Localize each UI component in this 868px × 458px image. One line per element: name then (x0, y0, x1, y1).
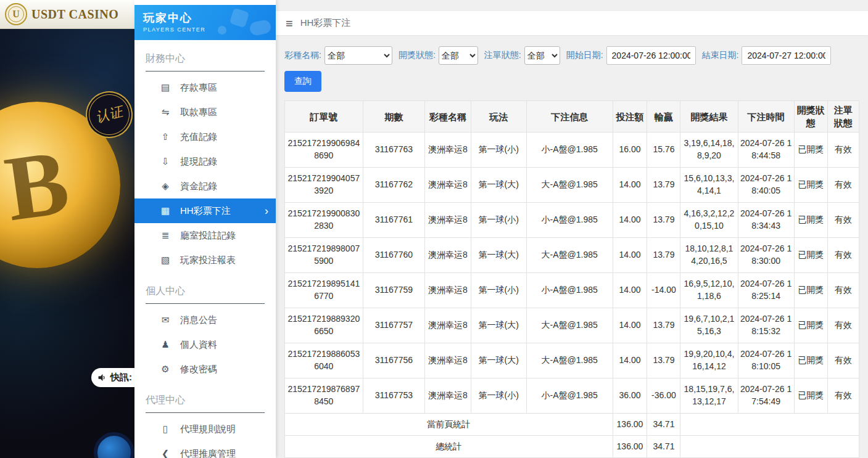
hamburger-menu-icon[interactable]: ≡ (286, 17, 293, 30)
news-ticker-pill: 快訊: (91, 368, 134, 387)
section-title: 財務中心 (146, 52, 265, 72)
table-cell: 2024-07-26 17:54:49 (738, 378, 794, 414)
table-header-cell: 開獎結果 (680, 101, 738, 133)
agent-rules-doc-icon: ▯ (159, 423, 172, 435)
table-header-cell: 輸贏 (647, 101, 680, 133)
sidebar-item-label: 取款專區 (180, 107, 217, 118)
profile-person-icon: ♟ (159, 339, 172, 350)
table-cell: 澳洲幸运8 (425, 378, 471, 414)
end-date-input[interactable] (742, 46, 831, 65)
table-cell: 2152172198768978450 (285, 378, 363, 414)
table-cell: 大-A盤@1.985 (526, 168, 613, 203)
table-summary-row: 當前頁統計136.0034.71 (285, 414, 859, 436)
table-cell: 2024-07-26 18:40:05 (738, 168, 794, 203)
withdraw-icon: ⇋ (159, 107, 172, 118)
sidebar-item-充值記錄[interactable]: ⇧充值記錄 (134, 125, 276, 149)
table-cell: 已開獎 (794, 133, 827, 168)
table-cell: 第一球(小) (471, 378, 526, 414)
table-cell: 3,19,6,14,18,8,9,20 (680, 133, 738, 168)
sidebar-item-修改密碼[interactable]: ⚙修改密碼 (134, 357, 276, 382)
lottery-bets-icon: ▦ (159, 205, 172, 216)
start-date-label: 開始日期: (566, 50, 603, 61)
sidebar-item-提現記錄[interactable]: ⇩提現記錄 (134, 149, 276, 174)
search-button[interactable]: 查詢 (284, 71, 321, 92)
room-bet-records-icon: ≣ (159, 230, 172, 241)
summary-winloss-total-cell: 34.71 (647, 436, 680, 458)
sidebar-item-存款專區[interactable]: ▤存款專區 (134, 75, 276, 100)
table-cell: 31167760 (363, 238, 425, 273)
table-cell: 14.00 (613, 343, 647, 378)
sidebar-item-個人資料[interactable]: ♟個人資料 (134, 332, 276, 357)
table-cell: 有效 (827, 343, 859, 378)
table-head: 訂單號期數彩種名稱玩法下注信息投注額輸贏開獎結果下注時間開獎狀態注單狀態 (285, 101, 859, 133)
recharge-records-icon: ⇧ (159, 131, 172, 142)
draw-status-select[interactable]: 全部 (439, 46, 478, 65)
players-center-title: 玩家中心 (143, 10, 267, 25)
table-header-cell: 訂單號 (285, 101, 363, 133)
sidebar-item-label: 廳室投註記錄 (180, 230, 236, 242)
lottery-name-filter: 彩種名稱: 全部 (284, 46, 392, 65)
table-cell: 2152172198860536040 (285, 343, 363, 378)
table-cell: 有效 (827, 133, 859, 168)
topbar: ≡ HH彩票下注 (276, 11, 868, 35)
order-status-select[interactable]: 全部 (524, 46, 560, 65)
news-ticker-label: 快訊: (110, 372, 132, 383)
sidebar-item-取款專區[interactable]: ⇋取款專區 (134, 100, 276, 125)
bitcoin-letter: B (0, 128, 75, 242)
section-title: 個人中心 (146, 285, 265, 304)
table-footer: 當前頁統計136.0034.71總統計136.0034.71 (285, 414, 859, 458)
table-cell: 31167753 (363, 378, 425, 414)
table-cell: 小-A盤@1.985 (526, 273, 613, 308)
speaker-icon (97, 373, 107, 382)
table-cell: 澳洲幸运8 (425, 133, 471, 168)
sidebar-item-label: 玩家投注報表 (180, 255, 236, 266)
table-cell: 大-A盤@1.985 (526, 343, 613, 378)
sidebar-item-廳室投註記錄[interactable]: ≣廳室投註記錄 (134, 223, 276, 248)
table-header-cell: 開獎狀態 (794, 101, 827, 133)
sidebar-item-代理推廣管理[interactable]: ❮代理推廣管理 (134, 441, 276, 458)
brand-logo-letter: U (8, 6, 24, 22)
chip-deco-icon (218, 26, 226, 35)
table-cell: 19,9,20,10,4,16,14,12 (680, 343, 738, 378)
table-cell: 2024-07-26 18:10:05 (738, 343, 794, 378)
sidebar-section: 個人中心✉消息公告♟個人資料⚙修改密碼 (134, 272, 276, 382)
summary-bet-total-cell: 136.00 (613, 436, 647, 458)
table-cell: 有效 (827, 168, 859, 203)
table-cell: 16,9,5,12,10,1,18,6 (680, 273, 738, 308)
lottery-name-select[interactable]: 全部 (324, 46, 392, 65)
table-cell: 13.79 (647, 343, 680, 378)
table-cell: 18,15,19,7,6,13,12,17 (680, 378, 738, 414)
table-cell: 第一球(大) (471, 343, 526, 378)
sidebar-item-代理規則說明[interactable]: ▯代理規則說明 (134, 417, 276, 441)
brand-logo-bar[interactable]: U USDT CASINO (0, 0, 134, 29)
brand-logo-text: USDT CASINO (31, 7, 118, 22)
sidebar-item-label: 代理推廣管理 (180, 448, 236, 458)
sidebar-item-label: 修改密碼 (180, 364, 217, 375)
table-row: 215217219900830283031167761澳洲幸运8第一球(小)小-… (285, 203, 859, 238)
sidebar-item-HH彩票下注[interactable]: ▦HH彩票下注› (134, 198, 276, 223)
table-cell: 13.79 (647, 308, 680, 343)
sidebar-item-消息公告[interactable]: ✉消息公告 (134, 308, 276, 332)
summary-winloss-total-cell: 34.71 (647, 414, 680, 436)
start-date-input[interactable] (606, 46, 696, 65)
table-cell: 已開獎 (794, 238, 827, 273)
table-cell: 第一球(大) (471, 168, 526, 203)
table-cell: 第一球(小) (471, 273, 526, 308)
table-header-cell: 下注信息 (526, 101, 613, 133)
end-date-filter: 結束日期: (702, 46, 832, 65)
table-cell: 澳洲幸运8 (425, 203, 471, 238)
table-cell: -36.00 (647, 378, 680, 414)
sidebar-item-資金記錄[interactable]: ◈資金記錄 (134, 174, 276, 198)
summary-bet-total-cell: 136.00 (613, 414, 647, 436)
table-cell: 大-A盤@1.985 (526, 238, 613, 273)
sidebar-item-label: 充值記錄 (180, 131, 217, 143)
table-cell: 19,6,7,10,2,15,16,3 (680, 308, 738, 343)
players-center-subtitle: PLAYERS CENTER (143, 27, 267, 33)
table-cell: 16.00 (613, 133, 647, 168)
table-cell: 13.79 (647, 203, 680, 238)
sidebar-item-玩家投注報表[interactable]: ▧玩家投注報表 (134, 248, 276, 272)
table-cell: 第一球(小) (471, 203, 526, 238)
sidebar-item-label: 資金記錄 (180, 181, 217, 192)
sidebar-section: 財務中心▤存款專區⇋取款專區⇧充值記錄⇩提現記錄◈資金記錄▦HH彩票下注›≣廳室… (134, 40, 276, 272)
sidebar-header: 玩家中心 PLAYERS CENTER (134, 5, 276, 40)
